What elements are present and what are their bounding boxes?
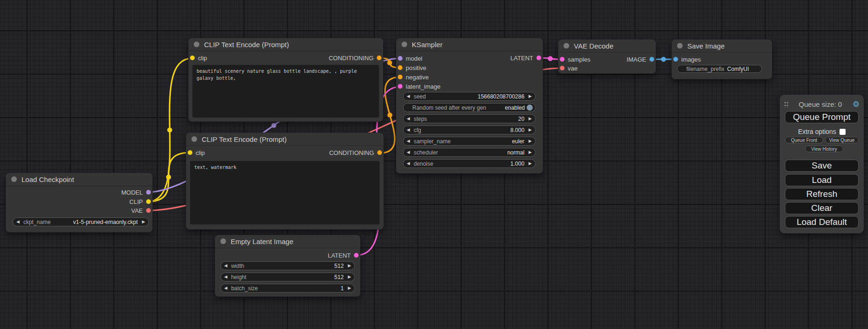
queue-prompt-button[interactable]: Queue Prompt	[785, 111, 859, 123]
node-ksampler[interactable]: KSampler model positive negative latent_…	[396, 38, 543, 174]
collapse-dot-icon[interactable]	[677, 43, 683, 49]
gear-icon[interactable]: ⚙	[853, 100, 860, 108]
latent-input-dot[interactable]	[560, 57, 565, 62]
widget-filename-prefix[interactable]: filename_prefix ComfyUI	[677, 65, 762, 73]
widget-cfg[interactable]: ◀ cfg 8.000 ▶	[403, 126, 536, 134]
conditioning-output-dot[interactable]	[377, 56, 381, 60]
node-load-checkpoint[interactable]: Load Checkpoint MODEL CLIP VAE ◀ ckpt_na…	[6, 173, 153, 232]
drag-handle-icon[interactable]	[784, 101, 788, 108]
refresh-button[interactable]: Refresh	[785, 188, 859, 200]
input-slot-positive[interactable]: positive	[398, 63, 426, 72]
node-clip-text-encode-negative[interactable]: CLIP Text Encode (Prompt) clip CONDITION…	[186, 133, 384, 230]
save-button[interactable]: Save	[785, 160, 859, 172]
prompt-textarea[interactable]: beautiful scenery nature glass bottle la…	[192, 65, 379, 118]
collapse-dot-icon[interactable]	[191, 136, 197, 142]
link-midpoint-dot-cond1-to-positive[interactable]	[387, 60, 392, 65]
view-history-button[interactable]: View History	[805, 146, 843, 152]
image-input-dot[interactable]	[673, 57, 678, 62]
node-clip-text-encode-positive[interactable]: CLIP Text Encode (Prompt) clip CONDITION…	[188, 38, 383, 122]
decrement-arrow-icon[interactable]: ◀	[407, 161, 410, 166]
decrement-arrow-icon[interactable]: ◀	[407, 128, 410, 132]
node-title-bar[interactable]: VAE Decode	[558, 39, 656, 53]
input-slot-clip[interactable]: clip	[188, 148, 205, 157]
decrement-arrow-icon[interactable]: ◀	[224, 264, 227, 268]
widget-denoise[interactable]: ◀ denoise 1.000 ▶	[403, 159, 536, 168]
link-midpoint-dot-clip-to-clip1[interactable]	[167, 127, 172, 133]
load-default-button[interactable]: Load Default	[785, 216, 859, 228]
link-midpoint-dot-image-to-saveimage[interactable]	[661, 57, 666, 62]
node-save-image[interactable]: Save Image images filename_prefix ComfyU…	[671, 39, 772, 79]
input-slot-samples[interactable]: samples	[560, 55, 590, 63]
link-midpoint-dot-clip-to-clip2[interactable]	[166, 175, 171, 180]
node-title-bar[interactable]: Load Checkpoint	[6, 173, 153, 186]
toggle-knob-icon[interactable]	[527, 105, 533, 111]
increment-arrow-icon[interactable]: ▶	[529, 150, 532, 154]
collapse-dot-icon[interactable]	[564, 43, 569, 49]
clip-input-dot[interactable]	[188, 150, 192, 155]
node-title-bar[interactable]: CLIP Text Encode (Prompt)	[186, 133, 384, 146]
input-slot-model[interactable]: model	[398, 54, 422, 63]
output-slot-clip[interactable]: CLIP	[129, 197, 151, 206]
input-slot-latent-image[interactable]: latent_image	[398, 82, 440, 91]
collapse-dot-icon[interactable]	[194, 42, 199, 47]
increment-arrow-icon[interactable]: ▶	[529, 117, 532, 121]
collapse-dot-icon[interactable]	[220, 238, 226, 244]
output-slot-latent[interactable]: LATENT	[510, 54, 541, 62]
vae-input-dot[interactable]	[560, 66, 565, 70]
vae-output-dot[interactable]	[146, 208, 151, 213]
input-slot-clip[interactable]: clip	[190, 54, 207, 62]
link-midpoint-dot-model-to-ksampler[interactable]	[271, 123, 276, 128]
link-midpoint-dot-ksampler-to-samples[interactable]	[548, 56, 553, 61]
increment-arrow-icon[interactable]: ▶	[529, 94, 532, 98]
widget-batch-size[interactable]: ◀ batch_size 1 ▶	[220, 284, 355, 293]
output-slot-conditioning[interactable]: CONDITIONING	[329, 54, 381, 62]
decrement-arrow-icon[interactable]: ◀	[407, 150, 410, 154]
queue-panel[interactable]: Queue size: 0 ⚙ Queue Prompt Extra optio…	[780, 95, 864, 233]
increment-arrow-icon[interactable]: ▶	[142, 220, 145, 224]
increment-arrow-icon[interactable]: ▶	[529, 128, 532, 132]
input-slot-images[interactable]: images	[673, 55, 701, 63]
decrement-arrow-icon[interactable]: ◀	[407, 117, 410, 121]
decrement-arrow-icon[interactable]: ◀	[407, 94, 410, 98]
increment-arrow-icon[interactable]: ▶	[348, 264, 351, 268]
model-input-dot[interactable]	[398, 56, 402, 61]
extra-options-checkbox[interactable]	[840, 129, 846, 135]
increment-arrow-icon[interactable]: ▶	[348, 275, 351, 279]
node-title-bar[interactable]: KSampler	[396, 38, 543, 51]
output-slot-vae[interactable]: VAE	[131, 206, 151, 215]
widget-scheduler[interactable]: ◀ scheduler normal ▶	[403, 148, 536, 157]
latent-output-dot[interactable]	[354, 253, 359, 258]
clip-output-dot[interactable]	[146, 199, 151, 204]
output-slot-image[interactable]: IMAGE	[627, 55, 654, 63]
node-empty-latent-image[interactable]: Empty Latent Image LATENT ◀ width 512 ▶ …	[215, 235, 360, 297]
increment-arrow-icon[interactable]: ▶	[529, 139, 532, 143]
clip-input-dot[interactable]	[190, 56, 195, 60]
widget-height[interactable]: ◀ height 512 ▶	[220, 273, 355, 281]
load-button[interactable]: Load	[785, 174, 859, 186]
decrement-arrow-icon[interactable]: ◀	[224, 286, 227, 290]
node-title-bar[interactable]: Empty Latent Image	[215, 235, 360, 248]
widget-sampler-name[interactable]: ◀ sampler_name euler ▶	[403, 137, 536, 146]
decrement-arrow-icon[interactable]: ◀	[407, 139, 410, 143]
output-slot-model[interactable]: MODEL	[121, 188, 151, 196]
increment-arrow-icon[interactable]: ▶	[348, 286, 351, 290]
conditioning-output-dot[interactable]	[377, 150, 382, 155]
node-title-bar[interactable]: CLIP Text Encode (Prompt)	[188, 38, 383, 51]
node-title-bar[interactable]: Save Image	[671, 39, 772, 53]
widget-steps[interactable]: ◀ steps 20 ▶	[403, 114, 536, 123]
link-midpoint-dot-cond2-to-negative[interactable]	[388, 112, 393, 118]
model-output-dot[interactable]	[146, 190, 151, 195]
clear-button[interactable]: Clear	[785, 202, 859, 214]
node-vae-decode[interactable]: VAE Decode samples vae IMAGE	[558, 39, 656, 74]
image-output-dot[interactable]	[649, 57, 654, 62]
input-slot-negative[interactable]: negative	[398, 73, 429, 81]
input-slot-vae[interactable]: vae	[560, 64, 578, 72]
view-queue-button[interactable]: View Queue	[825, 137, 859, 143]
output-slot-latent[interactable]: LATENT	[328, 251, 359, 259]
widget-ckpt-name[interactable]: ◀ ckpt_name v1-5-pruned-emaonly.ckpt ▶	[13, 217, 149, 226]
decrement-arrow-icon[interactable]: ◀	[224, 275, 227, 279]
output-slot-conditioning[interactable]: CONDITIONING	[329, 148, 382, 157]
queue-front-button[interactable]: Queue Front	[785, 137, 823, 143]
widget-seed[interactable]: ◀ seed 156680208700286 ▶	[403, 92, 536, 101]
collapse-dot-icon[interactable]	[402, 42, 407, 47]
